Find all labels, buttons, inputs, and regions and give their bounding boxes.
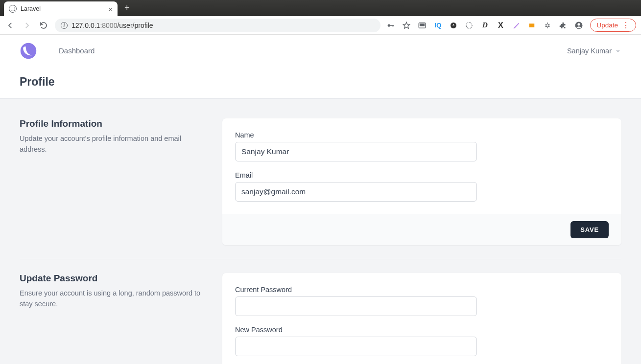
app-header: Dashboard Sanjay Kumar Profile (0, 35, 641, 98)
profile-info-section: Profile Information Update your account'… (20, 118, 621, 245)
profile-info-subtext: Update your account's profile informatio… (20, 133, 206, 155)
d-extension-icon[interactable]: D (480, 21, 489, 30)
cast-icon[interactable] (418, 21, 427, 30)
browser-tab-strip: Laravel × + (0, 0, 641, 16)
update-password-heading: Update Password (20, 273, 206, 284)
iq-extension-icon[interactable]: IQ (433, 21, 442, 30)
email-input[interactable] (235, 182, 477, 202)
profile-avatar-icon[interactable] (574, 21, 583, 30)
svg-rect-4 (420, 24, 425, 26)
new-tab-button[interactable]: + (118, 3, 137, 13)
site-info-icon[interactable]: i (61, 22, 68, 29)
profile-info-heading: Profile Information (20, 118, 206, 129)
page-title: Profile (20, 75, 602, 89)
key-icon[interactable] (386, 21, 395, 30)
nav-dashboard-link[interactable]: Dashboard (59, 46, 95, 55)
close-tab-icon[interactable]: × (108, 5, 113, 13)
update-label: Update (596, 22, 618, 29)
page-title-bar: Profile (20, 67, 621, 98)
user-menu[interactable]: Sanjay Kumar (567, 47, 621, 55)
back-button[interactable] (5, 20, 16, 31)
star-icon[interactable] (402, 21, 411, 30)
orange-extension-icon[interactable] (527, 21, 536, 30)
update-password-card: Current Password New Password (222, 273, 621, 364)
name-input[interactable] (235, 142, 477, 161)
current-password-label: Current Password (235, 286, 609, 294)
svg-point-11 (21, 43, 36, 58)
reload-button[interactable] (38, 20, 49, 31)
current-password-input[interactable] (235, 296, 477, 316)
tab-title: Laravel (21, 5, 104, 12)
profile-info-description: Profile Information Update your account'… (20, 118, 206, 245)
circle-extension-icon[interactable] (449, 21, 458, 30)
x-extension-icon[interactable]: X (496, 21, 505, 30)
browser-update-button[interactable]: Update ⋮ (590, 19, 636, 32)
update-password-section: Update Password Ensure your account is u… (20, 273, 621, 364)
forward-button[interactable] (22, 20, 32, 31)
email-label: Email (235, 171, 609, 179)
update-password-subtext: Ensure your account is using a long, ran… (20, 288, 206, 310)
new-password-label: New Password (235, 326, 609, 334)
save-button[interactable]: SAVE (570, 221, 609, 238)
clock-extension-icon[interactable] (465, 21, 474, 30)
url-text: 127.0.0.1:8000/user/profile (71, 22, 153, 29)
browser-tab[interactable]: Laravel × (4, 1, 118, 16)
page-body: Profile Information Update your account'… (0, 98, 641, 364)
svg-point-6 (466, 23, 472, 28)
update-password-description: Update Password Ensure your account is u… (20, 273, 206, 364)
app-logo (20, 42, 37, 60)
address-bar[interactable]: i 127.0.0.1:8000/user/profile (55, 19, 380, 32)
name-label: Name (235, 131, 609, 139)
user-name-label: Sanjay Kumar (567, 47, 612, 55)
extensions-icon[interactable] (559, 21, 568, 30)
toolbar-actions: IQ D X Update ⋮ (386, 19, 636, 32)
profile-info-card: Name Email SAVE (222, 118, 621, 245)
globe-icon (9, 5, 17, 13)
top-nav: Dashboard Sanjay Kumar (20, 35, 621, 67)
feather-extension-icon[interactable] (512, 21, 521, 30)
bug-extension-icon[interactable] (543, 21, 552, 30)
svg-point-0 (388, 24, 390, 26)
new-password-input[interactable] (235, 337, 477, 356)
page-viewport: Dashboard Sanjay Kumar Profile Profile I… (0, 35, 641, 364)
svg-rect-2 (393, 25, 394, 27)
browser-toolbar: i 127.0.0.1:8000/user/profile IQ D X Upd… (0, 16, 641, 35)
svg-rect-7 (529, 23, 535, 27)
chevron-down-icon (615, 47, 621, 54)
section-divider (20, 259, 621, 259)
svg-point-10 (578, 23, 580, 25)
